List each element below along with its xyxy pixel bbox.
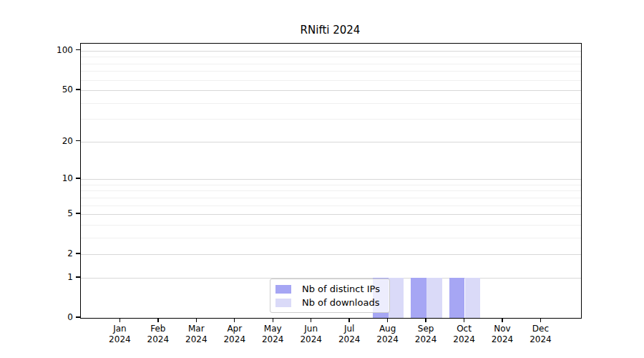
- x-tick-mark: [234, 319, 235, 322]
- legend-item-distinct-ips: Nb of distinct IPs: [275, 284, 384, 294]
- gridline-major: [81, 179, 581, 180]
- x-tick-label: Apr2024: [213, 324, 256, 345]
- y-tick-label: 1: [29, 272, 73, 282]
- gridline-minor: [81, 238, 581, 238]
- plot-area: [80, 43, 582, 319]
- gridline-minor: [81, 198, 581, 198]
- legend-label-downloads: Nb of downloads: [302, 298, 379, 308]
- gridline-minor: [81, 80, 581, 81]
- x-tick-label: Aug2024: [366, 324, 409, 345]
- bar-distinct-ips: [411, 278, 426, 318]
- bar-downloads: [465, 278, 481, 318]
- gridline-minor: [81, 190, 581, 191]
- x-tick-mark: [157, 319, 158, 322]
- y-tick-mark: [76, 49, 80, 50]
- gridline-major: [81, 90, 581, 91]
- x-tick-label: Sep2024: [404, 324, 447, 345]
- y-tick-label: 50: [29, 84, 73, 95]
- x-tick-mark: [119, 319, 120, 322]
- y-tick-label: 20: [29, 136, 73, 146]
- y-tick-label: 10: [29, 173, 73, 183]
- legend-label-distinct-ips: Nb of distinct IPs: [302, 284, 380, 294]
- gridline-major: [81, 254, 581, 255]
- x-tick-mark: [273, 319, 273, 322]
- legend: Nb of distinct IPs Nb of downloads: [270, 279, 390, 313]
- chart-title: RNifti 2024: [80, 24, 580, 37]
- x-tick-label: May2024: [251, 324, 294, 345]
- y-tick-mark: [76, 178, 80, 178]
- gridline-major: [81, 214, 581, 215]
- y-tick-mark: [76, 316, 80, 317]
- gridline-minor: [81, 185, 581, 185]
- legend-swatch-distinct-ips-icon: [275, 285, 291, 294]
- x-tick-label: Oct2024: [443, 324, 486, 345]
- legend-item-downloads: Nb of downloads: [275, 298, 384, 308]
- gridline-major: [81, 51, 581, 52]
- legend-swatch-downloads-icon: [275, 299, 291, 307]
- bar-downloads: [389, 278, 404, 318]
- y-tick-label: 100: [29, 45, 73, 55]
- x-tick-mark: [311, 319, 311, 322]
- bar-downloads: [426, 278, 442, 318]
- y-tick-mark: [76, 276, 80, 277]
- gridline-minor: [81, 103, 581, 104]
- y-tick-mark: [76, 253, 80, 253]
- gridline-minor: [81, 119, 581, 120]
- x-tick-mark: [540, 319, 541, 322]
- gridline-minor: [81, 64, 581, 64]
- y-tick-label: 0: [29, 312, 73, 322]
- x-tick-mark: [348, 319, 349, 322]
- gridline-minor: [81, 71, 581, 72]
- y-tick-label: 5: [29, 208, 73, 218]
- x-tick-mark: [502, 319, 502, 322]
- y-tick-label: 2: [29, 248, 73, 258]
- y-tick-mark: [76, 89, 80, 90]
- x-tick-mark: [425, 319, 426, 322]
- bar-distinct-ips: [449, 278, 465, 318]
- x-tick-label: Jul2024: [328, 324, 371, 345]
- y-tick-mark: [76, 140, 80, 141]
- x-tick-mark: [464, 319, 464, 322]
- gridline-minor: [81, 205, 581, 206]
- x-tick-label: Feb2024: [137, 324, 180, 345]
- x-tick-mark: [387, 319, 388, 322]
- x-tick-label: Jun2024: [290, 324, 333, 345]
- x-tick-label: Dec2024: [519, 324, 562, 345]
- gridline-major: [81, 142, 581, 142]
- x-tick-mark: [196, 319, 197, 322]
- x-tick-label: Nov2024: [481, 324, 524, 345]
- y-tick-mark: [76, 213, 80, 213]
- x-tick-label: Jan2024: [98, 324, 141, 345]
- x-tick-label: Mar2024: [175, 324, 218, 345]
- gridline-minor: [81, 57, 581, 57]
- gridline-minor: [81, 225, 581, 226]
- chart-canvas: RNifti 2024 0125102050100 Jan2024Feb2024…: [0, 0, 644, 358]
